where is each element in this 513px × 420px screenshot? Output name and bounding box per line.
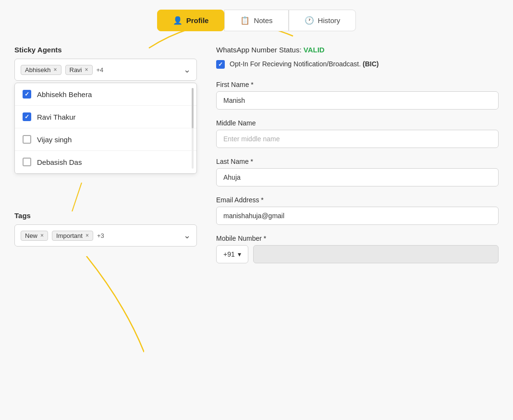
history-icon: 🕐 <box>305 16 314 25</box>
tags-select-box[interactable]: New × Important × +3 ⌄ <box>14 224 197 247</box>
whatsapp-status-label: WhatsApp Number Status: <box>216 46 302 54</box>
notes-icon: 📋 <box>240 16 250 25</box>
email-label: Email Address * <box>216 196 499 204</box>
opt-in-bic: (BIC) <box>363 60 379 68</box>
tab-history-label: History <box>318 16 341 25</box>
opt-in-label: Opt-In For Recieving Notification/Broadc… <box>230 60 379 69</box>
chip-ravi[interactable]: Ravi × <box>65 65 93 75</box>
phone-country-code: +91 <box>223 250 235 258</box>
phone-country-chevron: ▾ <box>238 250 241 258</box>
phone-row: +91 ▾ <box>216 245 499 263</box>
dropdown-item-debasish-label: Debasish Das <box>37 158 82 166</box>
tab-profile-label: Profile <box>186 16 209 25</box>
tab-bar: 👤 Profile 📋 Notes 🕐 History <box>0 0 513 31</box>
decorative-line-mid <box>62 183 101 211</box>
tags-section: Tags New × Important × +3 ⌄ <box>14 211 197 247</box>
chip-ravi-label: Ravi <box>70 66 82 74</box>
sticky-agents-section: Sticky Agents Abhisekh × Ravi × +4 ⌄ <box>14 46 197 174</box>
last-name-input[interactable] <box>216 168 499 186</box>
sticky-agents-select-container: Abhisekh × Ravi × +4 ⌄ Abhisekh Behera <box>14 59 197 174</box>
tags-select-container: New × Important × +3 ⌄ <box>14 224 197 247</box>
profile-icon: 👤 <box>173 16 183 25</box>
dropdown-item-ravi[interactable]: Ravi Thakur <box>15 106 196 128</box>
middle-name-group: Middle Name <box>216 119 499 148</box>
decorative-line-bottom <box>10 256 144 352</box>
sticky-agents-dropdown-arrow[interactable]: ⌄ <box>183 64 191 75</box>
left-panel: Sticky Agents Abhisekh × Ravi × +4 ⌄ <box>14 46 197 352</box>
tag-chip-important-remove[interactable]: × <box>86 232 89 239</box>
tag-chip-important-label: Important <box>56 232 83 239</box>
whatsapp-status: WhatsApp Number Status: VALID <box>216 46 499 54</box>
dropdown-item-abhisekh[interactable]: Abhisekh Behera <box>15 83 196 106</box>
tab-history[interactable]: 🕐 History <box>289 10 356 31</box>
dropdown-item-vijay-label: Vijay singh <box>37 136 72 144</box>
phone-number-input[interactable] <box>253 245 499 263</box>
sticky-agents-select-box[interactable]: Abhisekh × Ravi × +4 ⌄ <box>14 59 197 81</box>
tab-profile[interactable]: 👤 Profile <box>157 10 225 31</box>
checkbox-abhisekh[interactable] <box>23 90 31 99</box>
tags-dropdown-arrow[interactable]: ⌄ <box>183 230 191 241</box>
checkbox-debasish[interactable] <box>23 158 31 166</box>
sticky-agents-dropdown: Abhisekh Behera Ravi Thakur Vijay singh … <box>14 83 197 174</box>
dropdown-scroll-bar <box>192 88 194 169</box>
tag-chip-new[interactable]: New × <box>21 231 48 241</box>
opt-in-checkbox[interactable] <box>216 60 225 69</box>
email-input[interactable] <box>216 207 499 225</box>
tags-more: +3 <box>97 232 104 239</box>
tag-chip-new-label: New <box>25 232 37 239</box>
dropdown-item-ravi-label: Ravi Thakur <box>37 113 76 121</box>
tags-title: Tags <box>14 211 197 220</box>
tab-notes-label: Notes <box>254 16 272 25</box>
chip-abhisekh-label: Abhisekh <box>25 66 50 74</box>
chip-abhisekh-remove[interactable]: × <box>53 66 57 73</box>
main-layout: Sticky Agents Abhisekh × Ravi × +4 ⌄ <box>0 46 513 352</box>
last-name-group: Last Name * <box>216 158 499 186</box>
phone-country-select[interactable]: +91 ▾ <box>216 245 248 263</box>
right-panel: WhatsApp Number Status: VALID Opt-In For… <box>216 46 499 352</box>
middle-name-label: Middle Name <box>216 119 499 127</box>
dropdown-item-debasish[interactable]: Debasish Das <box>15 151 196 173</box>
whatsapp-status-value: VALID <box>304 46 325 54</box>
chip-ravi-remove[interactable]: × <box>85 66 88 73</box>
first-name-group: First Name * <box>216 81 499 110</box>
mobile-group: Mobile Number * +91 ▾ <box>216 235 499 263</box>
sticky-agents-more: +4 <box>97 66 104 74</box>
chip-abhisekh[interactable]: Abhisekh × <box>21 65 61 75</box>
tab-notes[interactable]: 📋 Notes <box>224 10 288 31</box>
sticky-agents-title: Sticky Agents <box>14 46 197 54</box>
dropdown-scroll-thumb <box>192 88 194 128</box>
email-group: Email Address * <box>216 196 499 225</box>
first-name-label: First Name * <box>216 81 499 88</box>
middle-name-input[interactable] <box>216 130 499 148</box>
tag-chip-new-remove[interactable]: × <box>40 232 44 239</box>
dropdown-item-abhisekh-label: Abhisekh Behera <box>37 90 92 99</box>
checkbox-ravi[interactable] <box>23 112 31 121</box>
first-name-input[interactable] <box>216 91 499 110</box>
mobile-label: Mobile Number * <box>216 235 499 242</box>
checkbox-vijay[interactable] <box>23 135 31 144</box>
tag-chip-important[interactable]: Important × <box>52 231 93 241</box>
dropdown-item-vijay[interactable]: Vijay singh <box>15 128 196 151</box>
opt-in-row: Opt-In For Recieving Notification/Broadc… <box>216 60 499 69</box>
last-name-label: Last Name * <box>216 158 499 165</box>
